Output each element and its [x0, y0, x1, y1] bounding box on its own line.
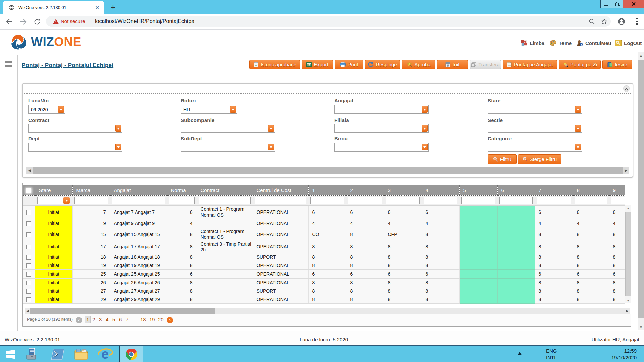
svg-text:XLS: XLS [307, 64, 311, 66]
